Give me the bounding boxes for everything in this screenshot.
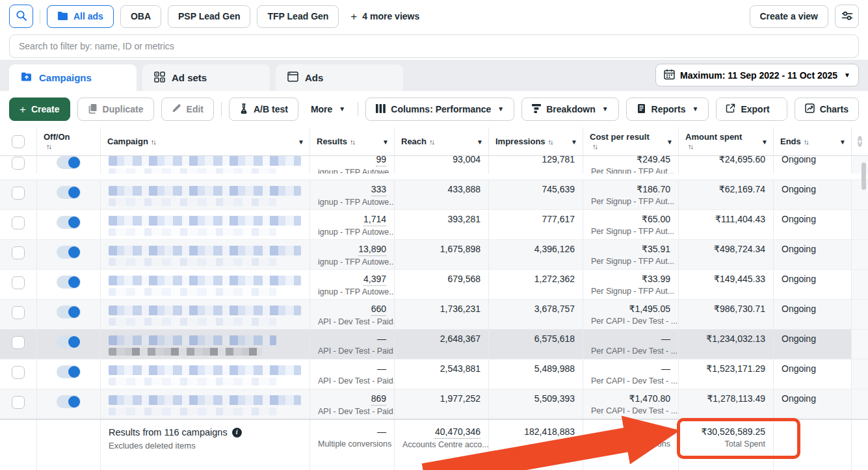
campaign-subtext-redacted (109, 198, 276, 206)
flask-icon (239, 103, 248, 116)
column-header-campaign[interactable]: Campaign ↑↓ ▼ (101, 127, 310, 155)
results-value[interactable]: — (377, 333, 386, 345)
off-on-toggle[interactable] (57, 335, 81, 348)
campaign-cell[interactable] (101, 389, 310, 419)
amount-spent-cell: ₹1,278,113.49 (679, 389, 774, 419)
row-select-cell (0, 300, 37, 329)
campaign-cell[interactable] (101, 210, 310, 239)
column-header-results[interactable]: Results ↑↓ ▼ (310, 127, 395, 155)
charts-button[interactable]: Charts (795, 98, 859, 121)
create-a-view-button[interactable]: Create a view (750, 5, 829, 28)
cost-per-result-value: ₹33.99 (642, 273, 670, 285)
row-checkbox[interactable] (12, 157, 25, 170)
off-on-toggle[interactable] (57, 246, 81, 259)
cost-per-result-sublabel: Per CAPI - Dev Test - ... (591, 406, 670, 417)
filter-search-input[interactable] (9, 34, 859, 58)
footer-reach-value[interactable]: 40,470,346 (435, 426, 480, 439)
results-value[interactable]: 99 (376, 156, 386, 166)
column-header-cost-per-result[interactable]: Cost per result↑↓ ▼ (583, 127, 679, 155)
column-label: Ends (780, 137, 801, 146)
more-views-button[interactable]: + 4 more views (345, 5, 425, 28)
view-tab-tfp-lead-gen[interactable]: TFP Lead Gen (257, 5, 339, 28)
columns-button[interactable]: Columns: Performance ▼ (365, 98, 514, 121)
off-on-toggle[interactable] (57, 156, 81, 169)
off-on-toggle[interactable] (57, 365, 81, 378)
chevron-down-icon: ▼ (382, 138, 389, 145)
column-header-amount-spent[interactable]: Amount spent↑↓ ▼ (679, 127, 774, 155)
tab-ads[interactable]: Ads (276, 64, 403, 91)
off-on-toggle[interactable] (57, 306, 81, 319)
column-header-impressions[interactable]: Impressions ↑↓ ▼ (489, 127, 583, 155)
export-options-button[interactable]: ▼ (779, 98, 787, 120)
results-value[interactable]: — (377, 363, 386, 375)
campaign-cell[interactable] (101, 300, 310, 329)
gutter-cell (852, 359, 868, 389)
duplicate-button[interactable]: Duplicate (77, 98, 154, 121)
campaign-cell[interactable] (101, 330, 310, 359)
view-settings-button[interactable] (835, 5, 859, 28)
edit-button[interactable]: Edit (161, 98, 214, 121)
row-checkbox[interactable] (12, 187, 25, 200)
campaign-name-redacted (109, 246, 301, 255)
add-column-icon[interactable]: + (858, 136, 863, 147)
off-on-toggle[interactable] (57, 186, 81, 199)
breakdown-button[interactable]: Breakdown ▼ (521, 98, 618, 121)
row-checkbox[interactable] (12, 396, 25, 409)
plus-icon: + (350, 11, 357, 22)
cost-per-result-sublabel: Per Signup - TFP Aut... (591, 196, 670, 207)
off-on-toggle[interactable] (57, 395, 81, 408)
results-cell: — API - Dev Test - Paid... (310, 330, 395, 359)
cost-per-result-value: ₹1,470.80 (629, 393, 670, 405)
reports-button[interactable]: Reports ▼ (626, 98, 709, 121)
more-button[interactable]: More ▼ (306, 98, 350, 121)
row-checkbox[interactable] (12, 306, 25, 319)
date-range-selector[interactable]: Maximum: 11 Sep 2022 - 11 Oct 2025 ▼ (655, 64, 859, 86)
select-all-checkbox[interactable] (12, 135, 25, 148)
campaign-cell[interactable] (101, 240, 310, 269)
view-tab-psp-lead-gen[interactable]: PSP Lead Gen (168, 5, 250, 28)
create-a-view-label: Create a view (760, 11, 819, 21)
toggle-knob (68, 157, 80, 168)
campaign-cell[interactable] (101, 180, 310, 209)
export-button[interactable]: Export (717, 98, 778, 120)
row-checkbox[interactable] (12, 216, 25, 229)
campaign-cell[interactable] (101, 270, 310, 299)
campaign-cell[interactable] (101, 359, 310, 389)
results-value[interactable]: 13,890 (358, 243, 386, 256)
amount-spent-value: ₹986,730.71 (714, 303, 765, 315)
gutter-cell (852, 330, 868, 359)
campaign-subtext-redacted (109, 258, 276, 266)
campaign-cell[interactable] (101, 156, 310, 174)
results-value[interactable]: 4,397 (363, 273, 386, 286)
view-tab-all-ads[interactable]: All ads (47, 5, 114, 28)
column-header-off-on[interactable]: Off/On↑↓ (37, 127, 101, 155)
cost-per-result-value: — (661, 333, 670, 345)
cost-per-result-cell: ₹1,470.80 Per CAPI - Dev Test - ... (583, 389, 679, 419)
info-icon[interactable]: i (232, 428, 242, 437)
ab-test-button[interactable]: A/B test (229, 98, 298, 121)
column-header-reach[interactable]: Reach ↑↓ ▼ (395, 127, 489, 155)
table-row: 13,890 ignup - TFP Autowe... 1,675,898 4… (0, 240, 868, 270)
chevron-down-icon: ▼ (477, 138, 483, 145)
ends-cell: Ongoing (774, 210, 852, 239)
search-button[interactable] (9, 5, 33, 28)
row-checkbox[interactable] (12, 336, 25, 349)
results-value[interactable]: 1,714 (363, 213, 386, 226)
row-checkbox[interactable] (12, 366, 25, 379)
view-tab-oba[interactable]: OBA (120, 5, 161, 28)
amount-spent-value: ₹1,523,171.29 (706, 363, 765, 375)
row-checkbox[interactable] (12, 276, 25, 289)
tab-label: Ads (305, 72, 323, 83)
column-header-ends[interactable]: Ends ↑↓ ▼ (774, 127, 852, 155)
tab-ad-sets[interactable]: Ad sets (142, 64, 270, 91)
amount-spent-value: ₹24,695.60 (719, 156, 765, 166)
results-value[interactable]: 869 (371, 393, 386, 406)
results-value[interactable]: 333 (371, 183, 386, 196)
off-on-toggle[interactable] (57, 276, 81, 289)
vertical-scrollbar-thumb[interactable] (861, 163, 866, 190)
tab-campaigns[interactable]: Campaigns (9, 64, 137, 91)
create-button[interactable]: + Create (9, 98, 70, 121)
results-value[interactable]: 660 (371, 303, 386, 316)
row-checkbox[interactable] (12, 246, 25, 259)
off-on-toggle[interactable] (57, 216, 81, 229)
